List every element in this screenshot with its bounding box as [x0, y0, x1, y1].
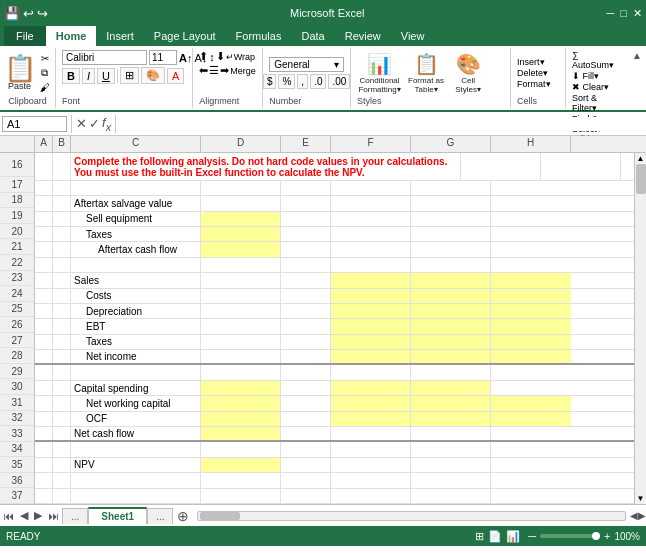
cell-35-f[interactable] [331, 458, 411, 472]
cell-19-e[interactable] [281, 212, 331, 226]
percent-button[interactable]: % [278, 74, 295, 89]
row-header-27[interactable]: 27 [0, 333, 34, 349]
insert-function-button[interactable]: fx [102, 115, 111, 133]
cell-16-a[interactable] [35, 153, 53, 180]
clear-button[interactable]: ✖ Clear▾ [572, 82, 622, 92]
row-header-37[interactable]: 37 [0, 488, 34, 504]
format-cells-button[interactable]: Format▾ [517, 79, 559, 89]
cell-36-d[interactable] [201, 473, 281, 487]
redo-button[interactable]: ↪ [37, 6, 48, 21]
paste-button[interactable]: 📋 Paste [4, 55, 36, 91]
cell-22-e[interactable] [281, 258, 331, 272]
scroll-thumb[interactable] [636, 164, 646, 194]
cell-20-b[interactable] [53, 227, 71, 241]
row-header-16[interactable]: 16 [0, 153, 34, 177]
bold-button[interactable]: B [62, 68, 80, 84]
fill-button[interactable]: ⬇ Fill▾ [572, 71, 622, 81]
italic-button[interactable]: I [82, 68, 95, 84]
cell-27-b[interactable] [53, 335, 71, 349]
align-top-button[interactable]: ⬆ [199, 50, 208, 63]
cell-34-e[interactable] [281, 442, 331, 456]
cell-24-e[interactable] [281, 289, 331, 303]
cell-32-e[interactable] [281, 412, 331, 426]
col-header-h[interactable]: H [491, 136, 571, 152]
cell-23-d[interactable] [201, 273, 281, 287]
cell-28-b[interactable] [53, 350, 71, 364]
border-button[interactable]: ⊞ [120, 67, 139, 84]
cell-18-e[interactable] [281, 196, 331, 210]
cell-21-a[interactable] [35, 242, 53, 256]
cell-30-d[interactable] [201, 381, 281, 395]
cell-21-h[interactable] [491, 242, 571, 256]
format-painter-button[interactable]: 🖌 [38, 81, 52, 94]
cell-25-a[interactable] [35, 304, 53, 318]
copy-button[interactable]: ⧉ [38, 66, 52, 80]
cell-36-a[interactable] [35, 473, 53, 487]
ribbon-collapse[interactable]: ▲ [628, 48, 646, 108]
cell-17-e[interactable] [281, 181, 331, 195]
zoom-in-button[interactable]: + [604, 530, 610, 542]
cell-36-f[interactable] [331, 473, 411, 487]
col-header-b[interactable]: B [53, 136, 71, 152]
cell-21-e[interactable] [281, 242, 331, 256]
cell-26-b[interactable] [53, 319, 71, 333]
cell-27-g[interactable] [411, 335, 491, 349]
cell-21-f[interactable] [331, 242, 411, 256]
name-box[interactable] [2, 116, 67, 132]
cell-24-c[interactable]: Costs [71, 289, 201, 303]
cell-29-c[interactable] [71, 365, 201, 379]
cell-16-b[interactable] [53, 153, 71, 180]
cell-19-f[interactable] [331, 212, 411, 226]
cell-18-b[interactable] [53, 196, 71, 210]
cell-37-a[interactable] [35, 489, 53, 503]
save-button[interactable]: 💾 [4, 6, 20, 21]
normal-view-button[interactable]: ⊞ [475, 530, 484, 543]
zoom-thumb[interactable] [592, 532, 600, 540]
file-tab[interactable]: File [4, 26, 46, 46]
page-layout-view-button[interactable]: 📄 [488, 530, 502, 543]
align-right-button[interactable]: ➡ [220, 64, 229, 77]
align-left-button[interactable]: ⬅ [199, 64, 208, 77]
cell-28-f[interactable] [331, 350, 411, 364]
cell-33-g[interactable] [411, 427, 491, 441]
cell-35-a[interactable] [35, 458, 53, 472]
cell-19-c[interactable]: Sell equipment [71, 212, 201, 226]
cell-22-c[interactable] [71, 258, 201, 272]
cell-37-e[interactable] [281, 489, 331, 503]
cell-36-e[interactable] [281, 473, 331, 487]
tab-formulas[interactable]: Formulas [226, 26, 292, 46]
font-name-input[interactable] [62, 50, 147, 65]
cell-37-b[interactable] [53, 489, 71, 503]
tab-insert[interactable]: Insert [96, 26, 144, 46]
cell-27-a[interactable] [35, 335, 53, 349]
cell-31-d[interactable] [201, 396, 281, 410]
cell-34-f[interactable] [331, 442, 411, 456]
cell-18-c[interactable]: Aftertax salvage value [71, 196, 201, 210]
cell-36-g[interactable] [411, 473, 491, 487]
align-center-button[interactable]: ☰ [209, 64, 219, 77]
cell-27-e[interactable] [281, 335, 331, 349]
cell-17-h[interactable] [491, 181, 571, 195]
fill-color-button[interactable]: 🎨 [141, 67, 165, 84]
cell-34-d[interactable] [201, 442, 281, 456]
cell-19-g[interactable] [411, 212, 491, 226]
cell-35-c[interactable]: NPV [71, 458, 201, 472]
tab-review[interactable]: Review [335, 26, 391, 46]
cell-37-f[interactable] [331, 489, 411, 503]
cell-31-h[interactable] [491, 396, 571, 410]
cell-31-e[interactable] [281, 396, 331, 410]
cell-34-h[interactable] [491, 442, 571, 456]
cell-27-f[interactable] [331, 335, 411, 349]
cell-24-f[interactable] [331, 289, 411, 303]
cell-34-g[interactable] [411, 442, 491, 456]
cell-23-h[interactable] [491, 273, 571, 287]
decimal-inc-button[interactable]: .0 [310, 74, 326, 89]
cell-28-g[interactable] [411, 350, 491, 364]
cell-18-f[interactable] [331, 196, 411, 210]
cell-25-c[interactable]: Depreciation [71, 304, 201, 318]
underline-button[interactable]: U [97, 68, 115, 84]
cell-18-d[interactable] [201, 196, 281, 210]
font-grow-button[interactable]: A↑ [179, 52, 192, 64]
cell-32-g[interactable] [411, 412, 491, 426]
cell-35-e[interactable] [281, 458, 331, 472]
